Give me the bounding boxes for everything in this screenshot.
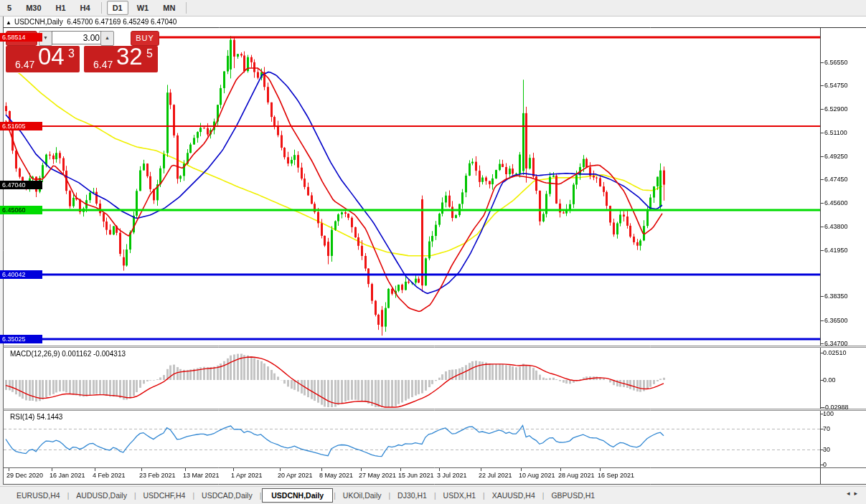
tab-dj30-h1[interactable]: DJ30,H1: [391, 489, 433, 502]
date-label: 4 Feb 2021: [93, 472, 126, 479]
toolbar-separator: [101, 2, 102, 14]
date-label: 3 Jul 2021: [437, 472, 467, 479]
chart-tab-bar: EURUSD,H4|AUDUSD,Daily|USDCHF,H4|USDCAD,…: [0, 486, 866, 504]
date-label: 16 Sep 2021: [598, 472, 634, 479]
symbol-marker-icon: ▲: [6, 19, 11, 26]
price-tick-label: 6.56550: [824, 59, 848, 66]
price-tick-label: 6.51100: [824, 129, 847, 136]
current-price-label: 6.47040: [0, 181, 42, 189]
date-label: 10 Aug 2021: [519, 472, 555, 479]
tab-audusd-daily[interactable]: AUDUSD,Daily: [70, 489, 133, 502]
sell-price-tile[interactable]: 6.47 04 3: [6, 46, 80, 72]
price-tick-label: 6.45600: [824, 199, 848, 206]
macd-axis-label: 0.00: [823, 376, 836, 384]
level-price-label: 6.45060: [0, 206, 42, 214]
tab-xauusd-h4[interactable]: XAUUSD,H4: [486, 489, 542, 502]
level-price-label: 6.51605: [0, 122, 42, 130]
volume-increase-button[interactable]: ▲: [100, 31, 114, 46]
tab-eurusd-h4[interactable]: EURUSD,H4: [10, 489, 67, 502]
sell-price-pip: 3: [68, 47, 75, 60]
date-label: 23 Feb 2021: [139, 472, 176, 479]
price-tick-label: 6.52900: [824, 105, 848, 113]
tab-gbpusd-h1[interactable]: GBPUSD,H1: [545, 489, 601, 502]
toolbar-separator: [186, 2, 187, 14]
date-label: 28 Aug 2021: [558, 472, 595, 479]
price-tick-label: 6.54750: [824, 82, 848, 89]
tab-scroll-left-icon[interactable]: ◂: [847, 490, 855, 497]
level-price-label: 6.40042: [0, 270, 42, 279]
rsi-axis-label: 70: [823, 425, 830, 432]
timeframe-toolbar: 5M30H1H4D1W1MN: [0, 0, 866, 16]
date-label: 22 Jul 2021: [479, 472, 512, 479]
timeframe-button-m30[interactable]: M30: [20, 1, 47, 15]
price-tick-label: 6.36500: [824, 317, 848, 324]
level-price-label: 6.35025: [0, 335, 42, 343]
buy-price-tile[interactable]: 6.47 32 5: [84, 46, 158, 72]
tab-scroll-right-icon[interactable]: ▸: [854, 490, 862, 497]
timeframe-button-5[interactable]: 5: [1, 1, 17, 15]
macd-axis-label: 0.02510: [823, 349, 847, 356]
buy-price-pip: 5: [146, 47, 153, 60]
price-tick-label: 6.41950: [824, 247, 848, 254]
timeframe-button-h4[interactable]: H4: [75, 1, 96, 15]
tab-usdcnh-daily[interactable]: USDCNH,Daily: [262, 488, 333, 503]
tab-scroll-arrows[interactable]: ◂▸: [847, 490, 862, 497]
level-price-label: 6.58514: [0, 33, 42, 42]
price-chart-canvas[interactable]: [0, 0, 866, 504]
rsi-indicator-label: RSI(14) 54.1443: [10, 413, 62, 421]
tab-usdcad-daily[interactable]: USDCAD,Daily: [195, 489, 259, 502]
date-label: 8 May 2021: [319, 472, 353, 479]
date-label: 20 Apr 2021: [278, 472, 313, 479]
rsi-axis-label: 30: [823, 446, 830, 453]
buy-price-prefix: 6.47: [93, 59, 113, 70]
date-label: 16 Jan 2021: [50, 472, 85, 479]
sell-price-big: 04: [38, 43, 65, 70]
rsi-axis-label: 100: [823, 410, 834, 417]
chart-title: ▲USDCNH,Daily 6.45700 6.47169 6.45249 6.…: [6, 18, 177, 27]
date-label: 29 Dec 2020: [6, 472, 43, 479]
timeframe-button-mn[interactable]: MN: [157, 1, 181, 15]
date-label: 15 Jun 2021: [398, 472, 434, 479]
price-tick-label: 6.34700: [824, 340, 848, 347]
chart-ohlc-values: 6.45700 6.47169 6.45249 6.47040: [67, 18, 177, 26]
timeframe-button-h1[interactable]: H1: [50, 1, 72, 15]
price-tick-label: 6.47450: [824, 176, 848, 183]
tab-usdx-h1[interactable]: USDX,H1: [437, 489, 483, 502]
timeframe-button-d1[interactable]: D1: [107, 1, 128, 15]
date-label: 13 Mar 2021: [183, 472, 220, 479]
rsi-axis-label: 0: [823, 461, 827, 468]
trading-platform-window: 5M30H1H4D1W1MN ▲USDCNH,Daily 6.45700 6.4…: [0, 0, 866, 504]
price-tick-label: 6.38350: [824, 293, 848, 300]
timeframe-button-w1[interactable]: W1: [131, 1, 155, 15]
price-tick-label: 6.43800: [824, 223, 848, 230]
buy-price-big: 32: [116, 43, 143, 70]
sell-price-prefix: 6.47: [15, 59, 34, 70]
tab-usdchf-h4[interactable]: USDCHF,H4: [137, 489, 192, 502]
macd-indicator-label: MACD(12,26,9) 0.001162 -0.004313: [10, 350, 126, 358]
date-label: 27 May 2021: [359, 472, 396, 479]
chart-symbol-label: USDCNH,Daily: [14, 18, 63, 26]
tab-ukoil-daily[interactable]: UKOil,Daily: [336, 489, 388, 502]
date-label: 1 Apr 2021: [231, 472, 263, 479]
price-tick-label: 6.49250: [824, 153, 848, 160]
